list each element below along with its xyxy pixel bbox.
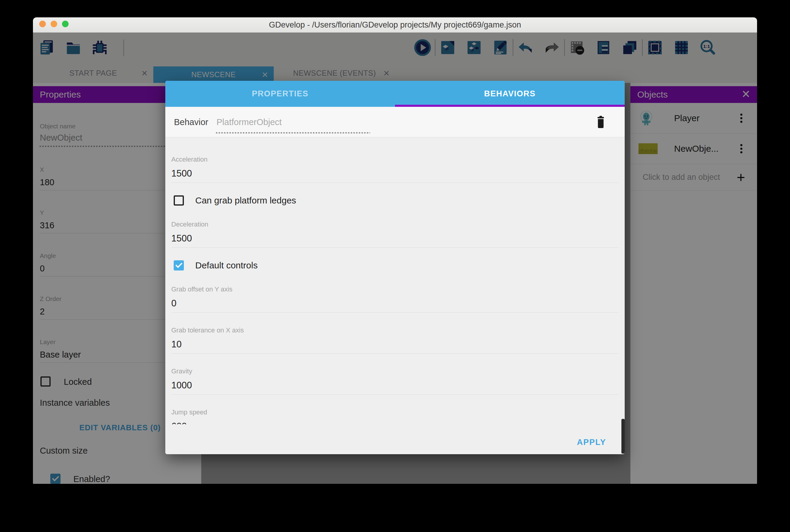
delete-behavior-icon[interactable] (594, 115, 607, 129)
field-value[interactable]: 10 (171, 339, 619, 350)
jump-speed-field: Jump speed 600 (171, 408, 619, 424)
gravity-field: Gravity 1000 (171, 367, 619, 395)
acceleration-field: Acceleration 1500 (171, 156, 619, 183)
field-label: Grab tolerance on X axis (171, 326, 619, 334)
field-value[interactable]: 1500 (171, 168, 619, 179)
dialog-tab-properties[interactable]: PROPERTIES (165, 81, 395, 107)
titlebar: GDevelop - /Users/florian/GDevelop proje… (33, 17, 757, 33)
field-label: Gravity (171, 367, 619, 375)
can-grab-ledges-checkbox[interactable] (174, 195, 184, 206)
field-underline (171, 394, 619, 395)
can-grab-ledges-row[interactable]: Can grab platform ledges (174, 195, 619, 207)
dialog-tabs: PROPERTIES BEHAVIORS (165, 81, 625, 107)
field-underline (171, 247, 619, 248)
behavior-label: Behavior (174, 117, 208, 127)
default-controls-label: Default controls (195, 260, 258, 270)
apply-button[interactable]: APPLY (577, 437, 606, 447)
dialog-tab-behaviors[interactable]: BEHAVIORS (395, 81, 625, 107)
deceleration-field: Deceleration 1500 (171, 221, 619, 248)
object-editor-dialog: PROPERTIES BEHAVIORS Behavior Platformer… (165, 81, 625, 454)
grab-tolerance-x-field: Grab tolerance on X axis 10 (171, 326, 619, 354)
behavior-name-input[interactable]: PlatformerObject (217, 117, 282, 127)
field-underline (171, 312, 619, 313)
app-window: GDevelop - /Users/florian/GDevelop proje… (33, 17, 757, 484)
default-controls-row[interactable]: Default controls (174, 260, 619, 272)
field-label: Jump speed (171, 408, 619, 416)
clipped-value-wrap: 600 (171, 421, 619, 424)
field-label: Deceleration (171, 221, 619, 228)
field-value[interactable]: 1500 (171, 233, 619, 244)
behavior-properties-list: Acceleration 1500 Can grab platform ledg… (165, 137, 625, 430)
dialog-footer: APPLY (165, 430, 625, 454)
dialog-scrollbar-thumb[interactable] (621, 419, 625, 454)
field-value[interactable]: 1000 (171, 380, 619, 391)
field-label: Acceleration (171, 156, 619, 164)
behavior-name-underline (216, 132, 370, 133)
default-controls-checkbox[interactable] (174, 260, 184, 270)
window-title: GDevelop - /Users/florian/GDevelop proje… (33, 17, 757, 32)
field-value[interactable]: 600 (171, 421, 619, 424)
behavior-row: Behavior PlatformerObject (165, 107, 625, 137)
can-grab-ledges-label: Can grab platform ledges (195, 195, 296, 206)
field-label: Grab offset on Y axis (171, 285, 619, 293)
field-underline (171, 183, 619, 183)
grab-offset-y-field: Grab offset on Y axis 0 (171, 285, 619, 313)
field-value[interactable]: 0 (171, 298, 619, 309)
